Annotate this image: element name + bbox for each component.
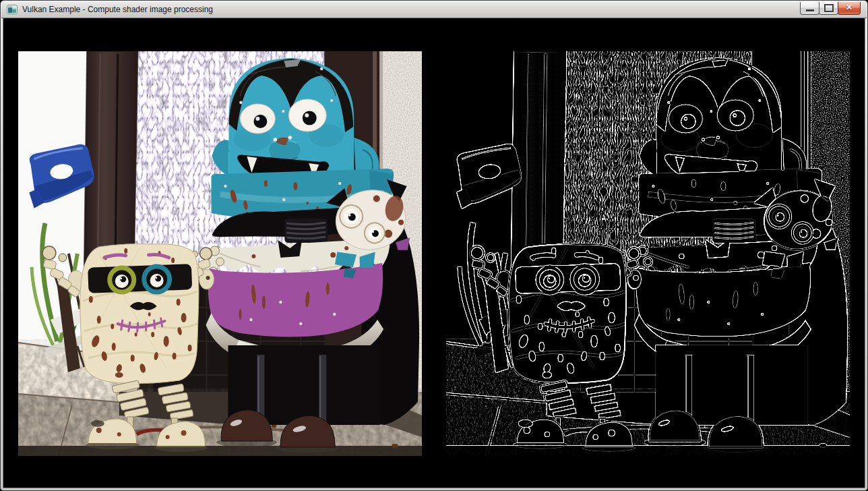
minimize-icon [806, 9, 814, 11]
source-image-panel [18, 51, 422, 456]
window-title: Vulkan Example - Compute shader image pr… [22, 5, 213, 14]
close-icon: ✕ [846, 3, 852, 11]
titlebar[interactable]: Vulkan Example - Compute shader image pr… [1, 1, 867, 18]
edge-output-panel [446, 51, 850, 456]
window-controls: ✕ [801, 2, 861, 15]
minimize-button[interactable] [800, 2, 819, 15]
app-window: Vulkan Example - Compute shader image pr… [0, 0, 868, 491]
close-button[interactable]: ✕ [838, 2, 861, 15]
client-area [3, 18, 865, 488]
maximize-button[interactable] [819, 2, 838, 15]
app-icon[interactable] [7, 4, 18, 15]
maximize-icon [824, 4, 834, 12]
